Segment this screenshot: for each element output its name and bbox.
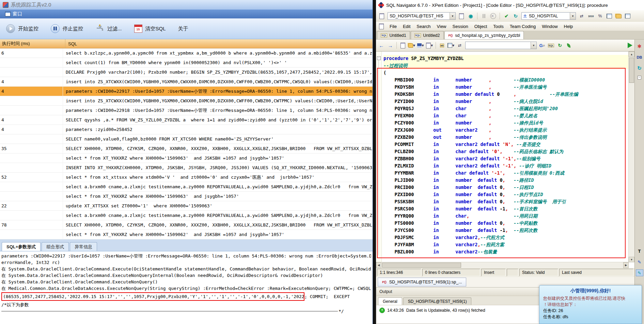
bottom-tab[interactable]: 组合形式 [42,242,69,251]
pause-session-icon[interactable] [481,13,487,19]
table-grid-icon[interactable] [606,13,613,19]
folder-export-icon[interactable] [615,13,622,19]
table-row[interactable]: select a.brxm00 cname,a.zlxmjc testitemn… [0,182,373,192]
binary-grid-icon[interactable]: 1010 [587,13,594,19]
rollback-icon[interactable]: ↻ [512,13,519,19]
connection-combo[interactable]: SD_HOSPITAL@TEST_HIS ▼ [388,12,456,20]
output-tab[interactable]: General [378,297,402,305]
refresh-green-icon[interactable]: ↻ [556,42,563,49]
table-row[interactable]: select * from XT_YHXXRZ where XH0000='15… [0,192,373,201]
compare-icon[interactable]: ⇄ [456,42,463,49]
menu-tools[interactable]: Tools [490,23,506,30]
doc-tab[interactable]: SQLUntitled1 [377,31,410,39]
analyze-icon[interactable]: % [597,13,603,19]
menu-help[interactable]: Help [561,23,576,30]
table-row[interactable]: select a.brxm00 cname,a.zlxmjc testitemn… [0,211,373,220]
schema-combo[interactable]: 土 SD_HOSPITAL ▼ [521,12,576,20]
scrollbar-thumb[interactable] [382,263,461,268]
menu-team-coding[interactable]: Team Coding [507,23,539,30]
menu-object[interactable]: Object [471,23,490,30]
code-editor[interactable]: − procedure SP_ZS_YZMBYY_ZYDZBL--过程说明( P… [376,51,634,268]
fold-collapse-icon[interactable]: − [377,56,381,60]
template-icon[interactable]: T [636,248,643,254]
table-row[interactable]: 78SELECT XH0000, XTDM00, CZYKSM, CZRQ00,… [0,220,373,230]
chevron-down-icon[interactable]: ▼ [570,13,576,19]
session-doc-icon[interactable] [378,13,385,19]
doc-tab[interactable]: P()sd_hospital.sp_zs_yzmbyy_zydzbl [444,31,524,39]
chevron-down-icon[interactable]: ▼ [450,13,455,19]
table-row[interactable]: 35SELECT XH0000, XTDM00, CZYKSM, CZRQ00,… [0,144,373,153]
menu-view[interactable]: View [434,23,450,30]
stop-monitor-button[interactable]: 停止监控 [51,24,83,33]
scroll-right-arrow[interactable]: ▶ [623,262,629,268]
sql-scroll-icon[interactable]: SQL [548,42,554,49]
table-row[interactable]: select * from XT_YHXXRZ where XH0000='15… [0,230,373,239]
table-row[interactable]: select count(1) from BM_YD0000 where ypn… [0,58,373,68]
menu-window[interactable]: 窗口 [2,10,25,18]
execute-icon[interactable] [628,43,632,48]
scroll-left-arrow[interactable]: ◀ [376,262,381,268]
session-task-tab[interactable]: P() SD_HOSPITAL@TEST_HIS9(1):sp_... [378,278,466,286]
scroll-down-arrow[interactable]: ▼ [629,257,634,262]
menu-edit[interactable]: Edit [400,23,413,30]
table-row[interactable]: insert into ZS_XTCWXX(CWID00,YGBH00,YGXM… [0,96,373,106]
find-icon[interactable]: ab [439,42,445,49]
table-row[interactable]: 4insert into ZS_XTCWXX(CWID00,YGBH00,YGX… [0,77,373,87]
bottom-tab[interactable]: 异常信息 [70,242,97,251]
menu-file[interactable]: File [387,23,400,30]
globe-icon[interactable]: ◉ [467,13,474,19]
save-icon[interactable]: ▾ [417,42,424,49]
db-navigator-icon[interactable]: DB [636,54,643,61]
column-header-duration[interactable]: 执行时间 (ms) [0,39,65,48]
column-header-sql[interactable]: SQL [65,41,77,46]
doc-tab[interactable]: SQLUntitled2 [411,31,444,39]
table-row[interactable]: 4SELECT qyyshs ,a.* FROM VW_ZS_YZLL00_ZY… [0,115,373,125]
collapse-strip-icon[interactable]: − [638,76,641,79]
notification-popup[interactable]: 小管理(9999),你好! 您创建的交叉质控任务即将或已过期,请尽快 ！详细信息… [539,285,642,324]
code-lines[interactable]: procedure SP_ZS_YZMBYY_ZYDZBL--过程说明( PMB… [382,51,629,262]
goto-definition-icon[interactable]: G⌕ [539,42,546,49]
export-icon[interactable]: ▾ [426,42,433,49]
code-search-combo[interactable]: ▼ [465,42,537,49]
table-row[interactable]: select * from XT_YHXXRZ where XH0000='15… [0,153,373,163]
vertical-scrollbar[interactable]: ▲ ▼ [628,51,634,262]
user-switch-icon[interactable]: ⇄ [578,13,585,19]
table-row[interactable]: 4parameters :zyid00=258452 [0,125,373,134]
commit-icon[interactable]: ✔ [503,13,510,19]
bottom-tab[interactable]: SQL+参数形式 [2,242,41,251]
scroll-up-arrow[interactable]: ▲ [629,51,634,57]
columns-icon[interactable]: ▾ [447,42,454,49]
filter-button[interactable]: 过滤... [95,24,122,33]
table-row[interactable]: DECLARE Prxjg00 varchar2(100); Pzxbz00 n… [0,68,373,77]
chevron-down-icon[interactable]: ▼ [531,42,536,49]
table-row[interactable]: parameters :CWID00=22918 :UserId=1057 :U… [0,106,373,115]
leaf-icon[interactable] [565,42,572,49]
new-doc-icon[interactable] [399,42,406,49]
wizard-star-icon[interactable]: ✱ [636,43,643,50]
cancel-session-icon[interactable]: ✕ [490,13,497,19]
forward-icon[interactable]: → [387,42,394,49]
back-icon[interactable]: ← [378,42,385,49]
menu-session[interactable]: Session [450,23,471,30]
left-title-bar: 系统跟踪工具v2.0 [0,0,373,10]
menu-window[interactable]: Window [539,23,561,30]
edit-layers-blue-icon[interactable]: ✎ [636,259,643,265]
clear-sql-button[interactable]: 清空SQL [134,25,166,33]
table-row[interactable]: 52select * from xt_xttsxx where xtdm00='… [0,173,373,182]
table-row[interactable]: 6select b.xzlzpc,a.ypnm00,a.ypmc00 from … [0,48,373,58]
about-button[interactable]: 关于 [178,26,188,32]
open-file-icon[interactable]: ▾ [408,42,415,49]
menu-search[interactable]: Search [413,23,434,30]
table-row[interactable]: INSERT INTO XT_YHXXRZ(XH0000, XTDM00, JS… [0,163,373,173]
auto-refresh-icon[interactable]: ↻ [636,65,643,72]
detach-window-icon[interactable] [624,13,631,19]
scrollbar-thumb[interactable] [629,58,634,83]
table-row[interactable]: 4parameters :CWID00=22917 :UserId=1057 :… [0,87,373,96]
edit-layers-teal-icon[interactable]: ✎ [636,269,643,276]
share-doc-icon[interactable] [458,13,465,19]
table-row[interactable]: 22update XT_XTTSXX set ZT0000='1' where … [0,201,373,211]
output-tab[interactable]: SD_HOSPITAL@TEST_HIS9(1) [403,297,472,305]
horizontal-scrollbar[interactable]: ◀ ▶ [376,262,629,268]
start-monitor-button[interactable]: 开始监控 [6,24,38,33]
table-row[interactable]: SELECT name00,value0,flag00,bz0000 FROM … [0,134,373,144]
